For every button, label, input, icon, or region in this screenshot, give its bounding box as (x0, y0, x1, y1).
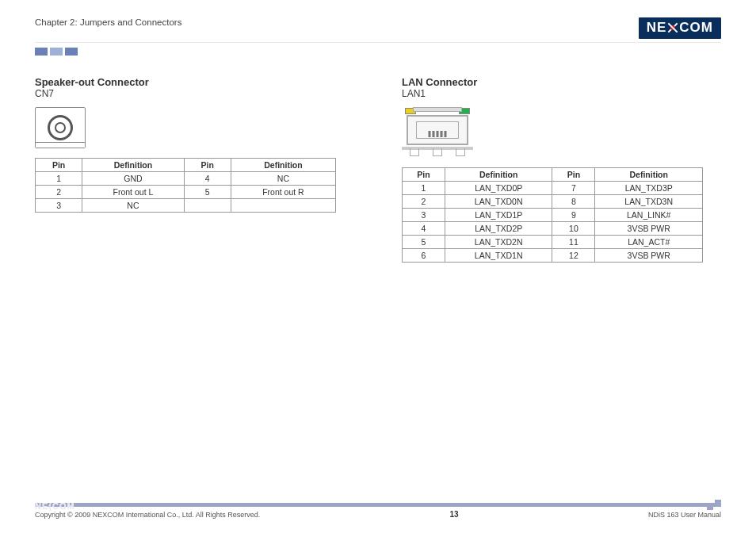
table-cell: 2 (403, 195, 445, 209)
page-number: 13 (450, 510, 459, 519)
table-cell: 11 (552, 236, 595, 249)
table-row: 6LAN_TXD1N123VSB PWR (403, 249, 703, 263)
th-pin: Pin (184, 159, 231, 172)
table-row: 2Front out L5Front out R (36, 186, 336, 199)
table-cell: NC (82, 199, 185, 213)
table-cell: 6 (403, 249, 445, 263)
table-row: 1LAN_TXD0P7LAN_TXD3P (403, 182, 703, 195)
speaker-title: Speaker-out Connector (35, 76, 354, 88)
table-cell: Front out R (231, 186, 335, 199)
lan-sub: LAN1 (402, 88, 721, 99)
table-row: 3NC (36, 199, 336, 213)
table-cell: 3VSB PWR (595, 249, 703, 263)
lan-title: LAN Connector (402, 76, 721, 88)
logo-text-right: COM (679, 20, 713, 36)
footer-doc-title: NDiS 163 User Manual (648, 511, 721, 519)
logo-text-left: NE (647, 20, 667, 36)
table-cell: 10 (552, 222, 595, 236)
table-cell: 3 (36, 199, 82, 213)
table-cell: 5 (403, 236, 445, 249)
table-cell: 4 (403, 222, 445, 236)
table-cell: LAN_TXD1N (445, 249, 552, 263)
table-row: 1GND4NC (36, 172, 336, 186)
table-cell: LAN_LINK# (595, 209, 703, 222)
table-cell: LAN_TXD0N (445, 195, 552, 209)
speaker-jack-icon (35, 107, 86, 148)
table-cell: 9 (552, 209, 595, 222)
th-def: Definition (595, 168, 703, 182)
page-header: Chapter 2: Jumpers and Connectors NE COM (35, 17, 721, 43)
table-cell (184, 199, 231, 213)
th-def: Definition (82, 159, 185, 172)
table-cell: 12 (552, 249, 595, 263)
speaker-sub: CN7 (35, 88, 354, 99)
table-cell: 3 (403, 209, 445, 222)
lan-pin-table: Pin Definition Pin Definition 1LAN_TXD0P… (402, 167, 703, 263)
header-accent-blocks (35, 48, 721, 56)
footer-copyright: Copyright © 2009 NEXCOM International Co… (35, 511, 260, 519)
table-cell: 3VSB PWR (595, 222, 703, 236)
page-footer: NE(COM Copyright © 2009 NEXCOM Internati… (35, 503, 721, 519)
rj45-connector-icon (402, 107, 473, 156)
lan-section: LAN Connector LAN1 Pin Definition Pin D (402, 76, 721, 263)
table-cell: Front out L (82, 186, 185, 199)
speaker-tbody: 1GND4NC2Front out L5Front out R3NC (36, 172, 336, 213)
table-cell: LAN_TXD3N (595, 195, 703, 209)
table-row: 2LAN_TXD0N8LAN_TXD3N (403, 195, 703, 209)
table-row: 4LAN_TXD2P103VSB PWR (403, 222, 703, 236)
th-def: Definition (445, 168, 552, 182)
speaker-pin-table: Pin Definition Pin Definition 1GND4NC2Fr… (35, 158, 336, 213)
table-cell: LAN_TXD3P (595, 182, 703, 195)
table-cell (231, 199, 335, 213)
table-cell: 2 (36, 186, 82, 199)
table-cell: GND (82, 172, 185, 186)
speaker-section: Speaker-out Connector CN7 Pin Definition… (35, 76, 354, 263)
table-cell: LAN_TXD2N (445, 236, 552, 249)
table-cell: LAN_ACT# (595, 236, 703, 249)
table-cell: 5 (184, 186, 231, 199)
table-cell: 1 (36, 172, 82, 186)
table-cell: LAN_TXD2P (445, 222, 552, 236)
logo-x-icon (667, 22, 678, 33)
table-cell: NC (231, 172, 335, 186)
th-def: Definition (231, 159, 335, 172)
th-pin: Pin (36, 159, 82, 172)
table-row: 5LAN_TXD2N11LAN_ACT# (403, 236, 703, 249)
table-cell: LAN_TXD0P (445, 182, 552, 195)
th-pin: Pin (403, 168, 445, 182)
chapter-title: Chapter 2: Jumpers and Connectors (35, 17, 181, 27)
footer-logo: NE(COM (35, 501, 75, 511)
table-cell: LAN_TXD1P (445, 209, 552, 222)
table-cell: 7 (552, 182, 595, 195)
footer-end-blocks (707, 500, 721, 510)
lan-tbody: 1LAN_TXD0P7LAN_TXD3P2LAN_TXD0N8LAN_TXD3N… (403, 182, 703, 263)
table-cell: 8 (552, 195, 595, 209)
table-row: 3LAN_TXD1P9LAN_LINK# (403, 209, 703, 222)
brand-logo: NE COM (639, 17, 721, 39)
table-cell: 4 (184, 172, 231, 186)
th-pin: Pin (552, 168, 595, 182)
table-cell: 1 (403, 182, 445, 195)
